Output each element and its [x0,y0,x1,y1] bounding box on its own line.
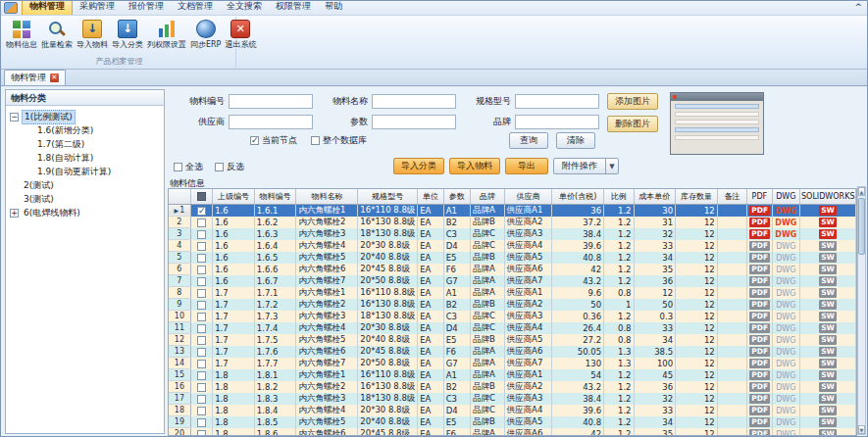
ribbon-collapse-button[interactable]: ^ [854,2,862,12]
dwg-badge[interactable]: DWG [776,289,795,298]
table-row[interactable]: 111.71.7.4内六角螺栓420*30 8.8级EAD4品牌C供应商A426… [169,322,856,334]
export-button[interactable]: 导出 [505,158,548,174]
ribbon-tab-4[interactable]: 文档管理 [171,0,220,15]
pdf-badge[interactable]: PDF [749,300,770,310]
row-checkbox[interactable] [197,313,206,321]
column-header-3[interactable]: 上级编号 [213,189,255,204]
table-row[interactable]: 191.81.8.5内六角螺栓520*40 8.8级EAE5品牌B供应商A540… [169,416,856,428]
vertical-scrollbar[interactable]: ▲ ▼ [857,186,866,435]
dwg-badge[interactable]: DWG [776,266,795,274]
table-row[interactable]: 181.81.8.4内六角螺栓420*30 8.8级EAD4品牌C供应商A439… [169,405,856,416]
dwg-badge[interactable]: DWG [775,218,796,227]
scroll-thumb[interactable] [858,198,865,255]
ribbon-tab-7[interactable]: 帮助 [318,0,349,15]
expand-node-icon[interactable]: + [10,209,19,218]
solidworks-badge[interactable]: SW [819,288,837,298]
solidworks-badge[interactable]: SW [819,417,837,427]
row-checkbox[interactable] [197,230,206,239]
table-row[interactable]: 101.71.7.3内六角螺栓318*130 8.8级EAC3品牌C供应商A30… [169,311,856,322]
pdf-badge[interactable]: PDF [749,323,770,333]
chevron-down-icon[interactable]: ▼ [605,159,618,173]
column-header-13[interactable]: 成本单价 [634,189,676,204]
row-checkbox[interactable] [197,277,206,286]
collapse-node-icon[interactable]: − [10,113,19,121]
solidworks-badge[interactable]: SW [819,406,837,415]
table-row[interactable]: 31.61.6.3内六角螺栓318*130 8.8级EAC3品牌C供应商A338… [169,228,856,240]
dwg-badge[interactable]: DWG [776,348,795,357]
table-row[interactable]: 121.71.7.5内六角螺栓520*40 8.8级EAE5品牌B供应商A527… [169,334,856,346]
ribbon-button-7[interactable]: 退出系统 [223,18,258,57]
table-row[interactable]: 171.81.8.3内六角螺栓318*130 8.8级EAC3品牌C供应商A33… [169,393,856,405]
solidworks-badge[interactable]: SW [819,347,837,357]
solidworks-badge[interactable]: SW [819,370,837,380]
column-header-12[interactable]: 比例 [604,189,634,204]
dwg-badge[interactable]: DWG [775,230,796,239]
solidworks-badge[interactable]: SW [819,206,837,216]
pdf-badge[interactable]: PDF [749,229,770,239]
table-row[interactable]: 61.61.6.6内六角螺栓620*45 8.8级EAF6品牌A供应商A6421… [169,264,856,275]
dwg-badge[interactable]: DWG [776,313,795,321]
row-checkbox[interactable] [197,430,206,437]
tree-node-4[interactable]: 1.8(自动计算) [8,151,162,165]
ribbon-tab-3[interactable]: 报价管理 [122,0,171,15]
pdf-badge[interactable]: PDF [749,218,770,227]
search-field-5[interactable] [372,115,456,129]
row-checkbox[interactable] [197,242,206,251]
select-all-option[interactable]: 全选 [174,161,203,173]
solidworks-badge[interactable]: SW [819,394,837,404]
scroll-up-icon[interactable]: ▲ [858,187,865,196]
tree-node-2[interactable]: 1.6(新增分类) [8,123,162,137]
table-row[interactable]: 71.61.6.7内六角螺栓720*50 8.8级EAG7品牌A供应商A743.… [169,275,856,287]
pdf-badge[interactable]: PDF [749,394,770,404]
close-icon[interactable]: ✕ [50,73,59,82]
dwg-badge[interactable]: DWG [776,254,795,263]
column-header-8[interactable]: 参数 [443,189,470,204]
column-header-10[interactable]: 供应商 [504,189,552,204]
tree-node-5[interactable]: 1.9(自动更新计算) [8,165,162,178]
pdf-badge[interactable]: PDF [749,417,770,427]
solidworks-badge[interactable]: SW [819,218,837,227]
row-checkbox[interactable] [197,371,206,380]
column-header-9[interactable]: 品牌 [471,189,505,204]
column-header-2[interactable] [190,189,212,204]
scroll-down-icon[interactable]: ▼ [858,425,865,434]
table-row[interactable]: 161.81.8.2内六角螺栓216*130 8.8级EAB2品牌B供应商A24… [169,381,856,393]
dwg-badge[interactable]: DWG [776,242,795,251]
column-header-17[interactable]: DWG [772,189,799,204]
dwg-badge[interactable]: DWG [776,407,795,415]
ribbon-button-3[interactable]: 导入物料 [75,18,110,57]
solidworks-badge[interactable]: SW [819,323,837,333]
delete-image-button[interactable]: 删除图片 [607,116,658,132]
column-header-11[interactable]: 单价(含税) [552,189,604,204]
dwg-badge[interactable]: DWG [776,360,795,368]
dwg-badge[interactable]: DWG [776,301,795,310]
pdf-badge[interactable]: PDF [749,312,770,321]
ribbon-button-1[interactable]: 物料信息 [4,18,39,57]
clear-button[interactable]: 清除 [556,132,595,149]
row-checkbox[interactable] [197,324,206,333]
column-header-14[interactable]: 库存数量 [676,189,718,204]
document-tab-material[interactable]: 物料管理 ✕ [4,70,66,85]
solidworks-badge[interactable]: SW [819,276,837,286]
ribbon-tab-6[interactable]: 权限管理 [269,0,318,15]
ribbon-button-2[interactable]: 批量检索 [39,18,75,57]
solidworks-badge[interactable]: SW [819,382,837,392]
solidworks-badge[interactable]: SW [819,359,837,368]
ribbon-button-4[interactable]: 导入分类 [110,18,145,57]
table-row[interactable]: 131.71.7.6内六角螺栓620*45 8.8级EAF6品牌A供应商A650… [169,346,856,358]
dwg-badge[interactable]: DWG [776,324,795,333]
tree-node-6[interactable]: 2(测试) [8,178,162,192]
search-field-6[interactable] [515,115,599,129]
pdf-badge[interactable]: PDF [749,429,770,436]
search-field-1[interactable] [229,94,313,109]
table-row[interactable]: 141.71.7.7内六角螺栓720*50 8.8级EAG7品牌A供应商A713… [169,358,856,369]
table-row[interactable]: 151.81.8.1内六角螺栓116*110 8.8级EAA1品牌A供应商A15… [169,369,856,381]
row-checkbox[interactable] [197,207,206,216]
ribbon-button-6[interactable]: 同步ERP [188,18,223,57]
column-header-6[interactable]: 规格型号 [358,189,418,204]
ribbon-tab-5[interactable]: 全文搜索 [220,0,269,15]
add-image-button[interactable]: 添加图片 [607,93,658,110]
row-checkbox[interactable] [197,301,206,310]
pdf-badge[interactable]: PDF [749,276,770,286]
row-checkbox[interactable] [197,360,206,368]
